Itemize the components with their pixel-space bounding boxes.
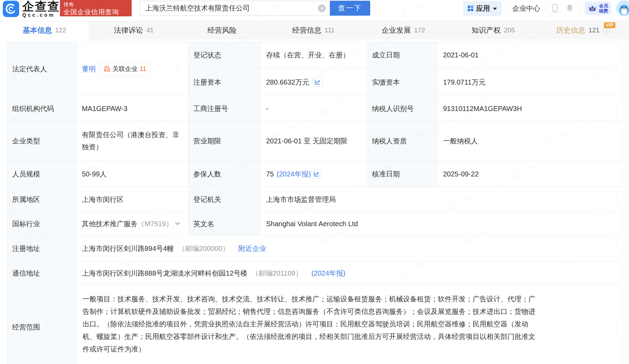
industry-text: 其他技术推广服务	[82, 218, 138, 229]
insured-count-text: 75	[266, 168, 274, 180]
label-business-registration-no: 工商注册号	[188, 96, 261, 121]
related-companies-tag[interactable]: 关联企业 11	[100, 62, 150, 76]
value-organization-code: MA1GEPAW-3	[76, 96, 188, 121]
value-business-registration-no: -	[261, 96, 367, 121]
search-button[interactable]: 查一下	[330, 1, 370, 16]
registered-address-text: 上海市闵行区剑川路894号4幢	[82, 243, 174, 254]
tab-count: 122	[55, 26, 66, 34]
promo-banner[interactable]: 传奇 全国企业信用查询	[60, 0, 132, 16]
chevron-down-icon[interactable]	[175, 222, 180, 225]
tab-business-info[interactable]: 经营信息 111	[269, 21, 358, 39]
tab-bar: 基本信息 122 法律诉讼 41 经营风险 经营信息 111 企业发展 172 …	[0, 21, 629, 39]
tab-label: 历史信息	[556, 25, 585, 35]
value-establishment-date: 2021-06-01	[437, 42, 623, 68]
value-company-type: 有限责任公司（港澳台投资、非独资）	[76, 121, 188, 161]
value-taxpayer-id: 91310112MA1GEPAW3H	[437, 96, 623, 121]
label-business-scope: 经营范围	[7, 285, 76, 364]
promo-line1: 传奇	[63, 1, 128, 8]
tab-count: 111	[325, 26, 335, 34]
apps-grid-icon	[468, 6, 473, 11]
search-box: ✕	[139, 1, 330, 16]
notifications-bell-icon[interactable]	[566, 4, 574, 13]
annual-report-link[interactable]: (2024年报)	[311, 268, 345, 279]
value-approval-date: 2025-09-22	[437, 161, 623, 187]
caret-down-icon	[493, 8, 497, 10]
trend-chart-icon[interactable]	[311, 169, 321, 179]
related-companies-count: 11	[140, 64, 146, 74]
apps-label: 应用	[476, 4, 490, 13]
value-legal-representative: 董明 关联企业 11	[76, 42, 188, 96]
label-establishment-date: 成立日期	[367, 42, 437, 68]
tab-operational-risk[interactable]: 经营风险	[179, 21, 269, 39]
value-registration-status: 存续（在营、开业、在册）	[261, 42, 367, 68]
label-approval-date: 核准日期	[367, 161, 437, 187]
vip-renew-button[interactable]: 会员 续费	[585, 2, 611, 15]
brand-domain: Qcc.com	[22, 13, 60, 17]
tab-label: 法律诉讼	[114, 25, 143, 35]
value-staff-size: 50-99人	[76, 161, 188, 187]
header-actions: 应用 企业中心 会员 续费	[463, 1, 629, 16]
value-paid-in-capital: 179.0711万元	[437, 68, 623, 96]
qcc-logo[interactable]: 企查查 Qcc.com	[3, 0, 60, 17]
value-insured-persons: 75 (2024年报)	[261, 161, 367, 187]
value-industry: 其他技术推广服务 （M7519）	[76, 212, 188, 236]
tab-history-info[interactable]: VIP 历史信息 121 i	[538, 21, 628, 39]
tab-basic-info[interactable]: 基本信息 122	[0, 21, 89, 39]
vip-renew-line2: 续费	[599, 8, 608, 14]
value-region: 上海市闵行区	[76, 187, 188, 212]
company-info-table: 法定代表人 董明 关联企业 11 登记状态 存续（在营、开业、在册） 成立日期 …	[7, 42, 623, 364]
label-staff-size: 人员规模	[7, 161, 76, 187]
mobile-app-icon[interactable]	[551, 4, 559, 13]
divider	[545, 4, 546, 13]
vip-renew-line1: 会员	[599, 3, 608, 8]
brand-name: 企查查	[22, 0, 60, 12]
tab-label: 知识产权	[472, 25, 501, 35]
label-organization-code: 组织机构代码	[7, 96, 76, 121]
label-business-term: 营业期限	[188, 121, 261, 161]
value-business-term: 2021-06-01 至 无固定期限	[261, 121, 367, 161]
vip-crown-icon	[588, 4, 597, 13]
value-registered-address: 上海市闵行区剑川路894号4幢 （邮编200000） 附近企业	[76, 236, 623, 261]
label-insured-persons: 参保人数	[188, 161, 261, 187]
business-scope-text: 一般项目：技术服务、技术开发、技术咨询、技术交流、技术转让、技术推广；运输设备租…	[83, 293, 536, 355]
tab-count: 205	[504, 26, 515, 34]
org-link-icon	[104, 65, 110, 72]
tab-legal-litigation[interactable]: 法律诉讼 41	[89, 21, 179, 39]
label-english-name: 英文名	[188, 212, 261, 236]
label-registered-capital: 注册资本	[188, 68, 261, 96]
label-registration-status: 登记状态	[188, 42, 261, 68]
tab-label: 经营信息	[292, 25, 321, 35]
label-taxpayer-id: 纳税人识别号	[367, 96, 437, 121]
value-mailing-address: 上海市闵行区剑川路888号龙湖淡水河畔科创园12号楼 （邮编201109） (2…	[76, 261, 623, 285]
search-input[interactable]	[140, 4, 318, 12]
label-industry: 国标行业	[7, 212, 76, 236]
tab-label: 基本信息	[23, 25, 52, 35]
enterprise-center-link[interactable]: 企业中心	[512, 4, 540, 13]
industry-code: （M7519）	[138, 218, 173, 229]
mailing-address-text: 上海市闵行区剑川路888号龙湖淡水河畔科创园12号楼	[82, 268, 248, 279]
nearby-companies-link[interactable]: 附近企业	[238, 243, 266, 254]
label-mailing-address: 通信地址	[7, 261, 76, 285]
value-english-name: Shanghai Volant Aerotech Ltd	[261, 212, 623, 236]
qcc-logo-icon	[3, 1, 19, 17]
tab-company-development[interactable]: 企业发展 172	[358, 21, 448, 39]
clear-icon[interactable]: ✕	[318, 5, 326, 12]
value-registered-capital: 280.6632万元	[261, 68, 367, 96]
legal-representative-link[interactable]: 董明	[82, 63, 96, 74]
tab-count: 172	[414, 26, 425, 34]
user-avatar[interactable]	[616, 0, 629, 16]
related-companies-label: 关联企业	[112, 64, 138, 74]
value-taxpayer-qualification: 一般纳税人	[437, 121, 623, 161]
vip-badge: VIP	[604, 22, 615, 28]
label-registered-address: 注册地址	[7, 236, 76, 261]
annual-report-link[interactable]: (2024年报)	[277, 168, 311, 180]
registered-capital-text: 280.6632万元	[266, 77, 309, 88]
apps-menu[interactable]: 应用	[463, 1, 502, 16]
promo-line2: 全国企业信用查询	[63, 8, 128, 16]
tab-intellectual-property[interactable]: 知识产权 205	[448, 21, 538, 39]
label-company-type: 企业类型	[7, 121, 76, 161]
value-business-scope: 一般项目：技术服务、技术开发、技术咨询、技术交流、技术转让、技术推广；运输设备租…	[76, 285, 623, 364]
trend-chart-icon[interactable]	[312, 77, 323, 87]
tab-label: 经营风险	[208, 25, 237, 35]
divider	[507, 4, 507, 13]
